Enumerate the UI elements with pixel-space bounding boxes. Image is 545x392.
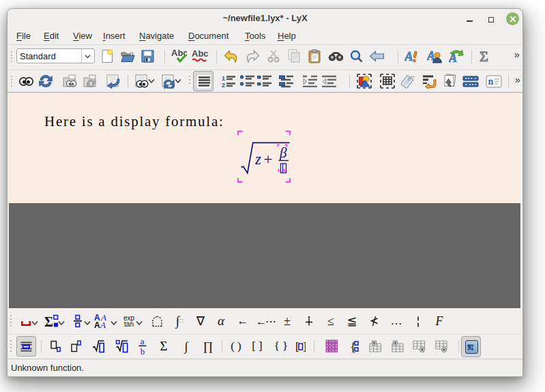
svg-text:A: A	[404, 49, 413, 63]
svg-text:b: b	[141, 346, 145, 356]
svg-text:1: 1	[222, 75, 225, 82]
svg-text:+: +	[264, 151, 273, 168]
svg-text:Σ: Σ	[480, 48, 488, 63]
svg-text:a: a	[141, 337, 145, 346]
svg-text:Σ: Σ	[44, 314, 53, 328]
svg-text:n: n	[488, 76, 494, 87]
svg-text:A: A	[100, 320, 106, 329]
svg-text:Abc: Abc	[192, 48, 208, 59]
svg-text:A: A	[94, 320, 100, 329]
svg-text:]: ]	[303, 341, 306, 352]
svg-text:z: z	[254, 151, 261, 168]
svg-text:2: 2	[222, 82, 225, 88]
svg-text:β: β	[279, 145, 287, 161]
